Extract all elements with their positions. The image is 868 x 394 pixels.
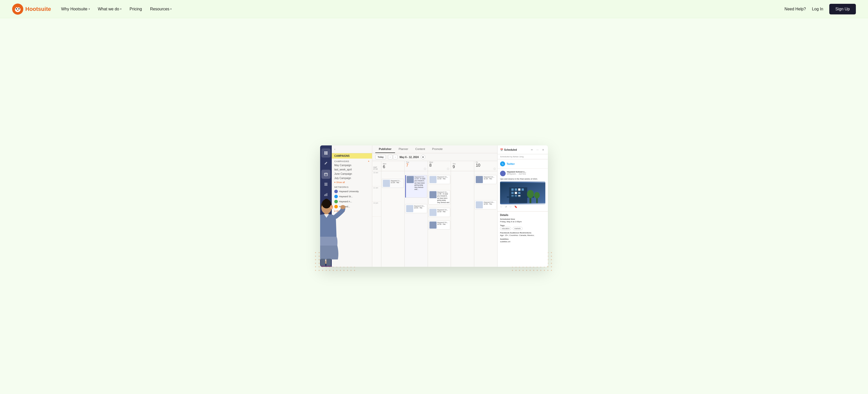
tab-promote[interactable]: Promote bbox=[429, 145, 446, 153]
event-title: 11:30 - In case you missed it, we have b… bbox=[437, 193, 450, 204]
tag-education[interactable]: education bbox=[500, 227, 511, 230]
tags-label: Tags bbox=[500, 224, 545, 227]
day-number: 10 bbox=[476, 163, 496, 168]
network-item[interactable]: Hayward... bbox=[332, 204, 372, 209]
tab-publisher[interactable]: Publisher bbox=[375, 145, 395, 153]
all-posts-button[interactable]: CAMPAIGNS bbox=[332, 153, 372, 159]
fb-restrictions-value: Age: 15+; Countries: Canada, Mexico; bbox=[500, 234, 545, 236]
nav-link-pricing[interactable]: Pricing bbox=[130, 7, 142, 11]
show-all-networks[interactable]: ▾ Show all bbox=[332, 209, 372, 213]
details-section: Details Scheduled time Friday, May 8 at … bbox=[498, 211, 548, 246]
event-thumbnail bbox=[429, 209, 437, 216]
next-arrow[interactable]: › bbox=[393, 155, 398, 159]
nav-link-resources[interactable]: Resources ▾ bbox=[150, 7, 172, 11]
calendar-event[interactable]: Hayward Un... 12:10 - You bbox=[428, 208, 451, 217]
nav-link-what-we-do[interactable]: What we do ▾ bbox=[98, 7, 121, 11]
today-button[interactable]: Today bbox=[375, 155, 386, 159]
add-campaign-icon[interactable]: + bbox=[368, 160, 369, 163]
timezone-label: GMT 07:00 bbox=[372, 161, 381, 171]
sidebar: AJ bbox=[320, 145, 332, 267]
prev-arrow[interactable]: ‹ bbox=[388, 155, 393, 159]
sidebar-icon-calendar[interactable] bbox=[321, 170, 331, 179]
list-item[interactable]: last_week_april bbox=[332, 167, 372, 172]
svg-rect-19 bbox=[324, 194, 325, 196]
day-header-fri: Fri 10 ⓘ bbox=[474, 161, 497, 171]
sidebar-icon-home[interactable] bbox=[321, 149, 331, 158]
calendar-event[interactable]: Hayward Un... 12:10 - You bbox=[475, 200, 497, 209]
list-item[interactable]: May Campaign bbox=[332, 163, 372, 167]
campaign-list: May Campaign last_week_april June Campai… bbox=[332, 163, 372, 180]
list-item[interactable]: July Campaign bbox=[332, 176, 372, 180]
date-range: May 6 - 12, 2024 bbox=[400, 156, 419, 159]
calendar-event-highlighted[interactable]: Hayward Un... 11:10 - In case you missed… bbox=[405, 175, 427, 198]
tab-content[interactable]: Content bbox=[412, 145, 429, 153]
day-col-thu: Thu 9 bbox=[451, 161, 474, 267]
calendar-toolbar: Today ‹ › May 6 - 12, 2024 ⚙ bbox=[372, 153, 497, 161]
more-button[interactable]: ··· bbox=[535, 147, 540, 152]
network-name: Hayward... bbox=[339, 205, 350, 208]
network-name: Hayward St... bbox=[339, 195, 353, 198]
event-title: 12:20 - You bbox=[437, 223, 450, 225]
event-thumbnail bbox=[406, 205, 413, 212]
svg-rect-25 bbox=[512, 188, 514, 191]
calendar-event[interactable]: Hayward U... 11:10 - You bbox=[382, 179, 404, 188]
event-thumbnail bbox=[383, 180, 390, 187]
network-item[interactable]: Hayward University bbox=[332, 189, 372, 194]
settings-circle-btn[interactable]: ⚙ bbox=[421, 155, 425, 159]
login-link[interactable]: Log In bbox=[812, 7, 823, 11]
signup-button[interactable]: Sign Up bbox=[829, 4, 856, 14]
nav-item-pricing[interactable]: Pricing bbox=[130, 7, 142, 11]
show-all-campaigns[interactable]: ▾ Show all bbox=[332, 180, 372, 184]
calendar-event[interactable]: Hayward Un... 11:10 - You bbox=[428, 175, 451, 184]
sidebar-icon-edit[interactable] bbox=[321, 159, 331, 168]
need-help-link[interactable]: Need Help? bbox=[784, 7, 806, 11]
event-thumbnail bbox=[476, 201, 483, 208]
tag-markets[interactable]: markets bbox=[513, 227, 523, 230]
bookmark-button[interactable]: 🔖 bbox=[514, 205, 517, 208]
sidebar-icon-content[interactable] bbox=[321, 180, 331, 189]
chevron-down-icon: ▾ bbox=[89, 8, 90, 10]
calendar-event[interactable]: Hayward Un... 12:10 - You bbox=[405, 204, 427, 213]
close-button[interactable]: ✕ bbox=[541, 147, 545, 152]
retweet-button[interactable]: ↺ bbox=[505, 205, 507, 208]
calendar-event[interactable]: Hayward Un... 11:30 - In case you missed… bbox=[428, 190, 451, 205]
day-name: Mon bbox=[383, 163, 403, 165]
scheduled-by-label: Scheduled by Adrian Jung bbox=[498, 154, 548, 159]
day-name: Fri bbox=[476, 161, 496, 163]
svg-rect-30 bbox=[515, 192, 517, 194]
nav-item-why-hootsuite[interactable]: Why Hootsuite ▾ bbox=[61, 7, 90, 11]
day-name: Thu bbox=[453, 163, 472, 165]
nav-link-why-hootsuite[interactable]: Why Hootsuite ▾ bbox=[61, 7, 90, 11]
edit-button[interactable]: ✏ bbox=[530, 147, 534, 152]
nav-item-what-we-do[interactable]: What we do ▾ bbox=[98, 7, 121, 11]
scheduled-time-row: Scheduled time Friday, May 8 at 2:05pm bbox=[500, 218, 545, 223]
day-body-mon: Hayward U... 11:10 - You bbox=[381, 171, 404, 267]
svg-rect-16 bbox=[324, 183, 328, 184]
networks-section-label: NETWORKS bbox=[332, 184, 372, 189]
nav-item-resources[interactable]: Resources ▾ bbox=[150, 7, 172, 11]
heart-button[interactable]: ♡ bbox=[509, 205, 512, 208]
like-button[interactable]: ♡ bbox=[500, 205, 502, 208]
day-col-mon: Mon 6 Hayward U... 11:10 - You bbox=[381, 161, 405, 267]
sidebar-avatar[interactable]: AJ bbox=[322, 257, 330, 264]
logo[interactable]: Hootsuite bbox=[12, 4, 51, 15]
network-item[interactable]: Hayward St... bbox=[332, 194, 372, 199]
tab-planner[interactable]: Planner bbox=[395, 145, 412, 153]
subtitles-row: Subtitles subtitles.srt bbox=[500, 238, 545, 243]
svg-rect-27 bbox=[518, 188, 521, 191]
nav-left: Hootsuite Why Hootsuite ▾ What we do ▾ P… bbox=[12, 4, 172, 15]
svg-rect-17 bbox=[324, 184, 328, 185]
day-col-fri: Fri 10 ⓘ Hayward Un... 11:10 - You bbox=[474, 161, 497, 267]
sidebar-icon-settings[interactable] bbox=[321, 223, 331, 232]
panel-actions: ✏ ··· ✕ bbox=[530, 147, 545, 152]
sidebar-icon-analytics[interactable] bbox=[321, 190, 331, 199]
tweet-content: Hayward School o... @Hayward... · Just N… bbox=[498, 169, 548, 211]
day-header-wed: Wed 8 ⓘ bbox=[428, 161, 451, 171]
collapse-button[interactable]: ‹ bbox=[334, 147, 335, 151]
list-item[interactable]: June Campaign bbox=[332, 172, 372, 176]
calendar-event[interactable]: Hayward Un... 12:20 - You bbox=[428, 221, 451, 230]
event-text: Hayward Un... 12:10 - You bbox=[484, 201, 496, 208]
calendar-event[interactable]: Hayward Un... 11:10 - You bbox=[475, 175, 497, 184]
network-item[interactable]: Hayward A... bbox=[332, 199, 372, 204]
event-text: Hayward Un... 11:10 - You bbox=[484, 176, 496, 183]
